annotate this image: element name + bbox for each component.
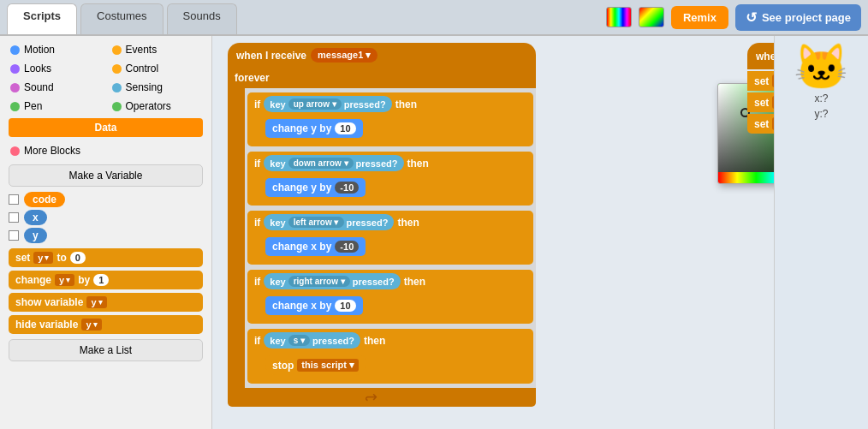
variable-checkbox-code[interactable] (9, 194, 19, 205)
stop-this-script-block: stop this script ▾ (265, 355, 366, 375)
variable-row-x: x (9, 210, 203, 225)
if-left-block: if key left arrow ▾ pressed? then change… (247, 211, 533, 265)
if-up-block: if key up arrow ▾ pressed? then change y… (247, 92, 533, 146)
if-down-block: if key down arrow ▾ pressed? then change… (247, 152, 533, 206)
tab-costumes[interactable]: Costumes (80, 3, 163, 34)
category-sound[interactable]: Sound (5, 79, 105, 96)
hide-variable-block[interactable]: hide variable y ▾ (9, 315, 203, 334)
change-y-neg10-block: change y by -10 (265, 178, 366, 197)
variable-pill-code[interactable]: code (24, 192, 65, 207)
color-swatch-1[interactable] (606, 7, 632, 27)
message-dropdown[interactable]: message1 ▾ (311, 48, 378, 63)
sprite-y-coord: y:? (814, 108, 828, 120)
if-s-block: if key s ▾ pressed? then stop t (247, 329, 533, 384)
variable-checkbox-x[interactable] (9, 212, 19, 223)
category-operators[interactable]: Operators (107, 98, 207, 115)
category-looks[interactable]: Looks (5, 60, 105, 77)
category-pen[interactable]: Pen (5, 98, 105, 115)
variable-pill-y[interactable]: y (24, 228, 47, 243)
show-variable-block[interactable]: show variable y ▾ (9, 293, 203, 312)
category-sensing[interactable]: Sensing (107, 79, 207, 96)
change-y-10-block: change y by 10 (265, 119, 363, 138)
set-y-block[interactable]: set y ▾ to 0 (9, 248, 203, 267)
change-x-10-block: change x by 10 (265, 296, 363, 315)
see-project-button[interactable]: ↺ See project page (735, 4, 861, 31)
tab-sounds[interactable]: Sounds (167, 3, 237, 34)
category-control[interactable]: Control (107, 60, 207, 77)
if-right-block: if key right arrow ▾ pressed? then chang… (247, 270, 533, 324)
category-motion[interactable]: Motion (5, 41, 105, 58)
category-more-blocks[interactable]: More Blocks (5, 142, 206, 159)
cat-sprite: 🐱 (794, 45, 849, 89)
category-data[interactable]: Data (9, 118, 203, 137)
make-list-button[interactable]: Make a List (9, 339, 203, 361)
variable-row-y: y (9, 228, 203, 243)
make-variable-button[interactable]: Make a Variable (9, 164, 203, 187)
remix-button[interactable]: Remix (671, 6, 728, 29)
variable-checkbox-y[interactable] (9, 230, 19, 241)
tab-scripts[interactable]: Scripts (7, 3, 77, 34)
when-receive-hat: when I receive message1 ▾ (228, 43, 536, 68)
sprite-panel: 🐱 x:? y:? (774, 36, 868, 429)
forever-header: forever (228, 68, 536, 88)
change-y-block[interactable]: change y ▾ by 1 (9, 271, 203, 289)
color-swatch-2[interactable] (639, 7, 664, 27)
category-events[interactable]: Events (107, 41, 207, 58)
variable-pill-x[interactable]: x (24, 210, 47, 225)
change-x-neg10-block: change x by -10 (265, 237, 366, 256)
sprite-x-coord: x:? (814, 92, 828, 104)
variable-row-code: code (9, 192, 203, 207)
